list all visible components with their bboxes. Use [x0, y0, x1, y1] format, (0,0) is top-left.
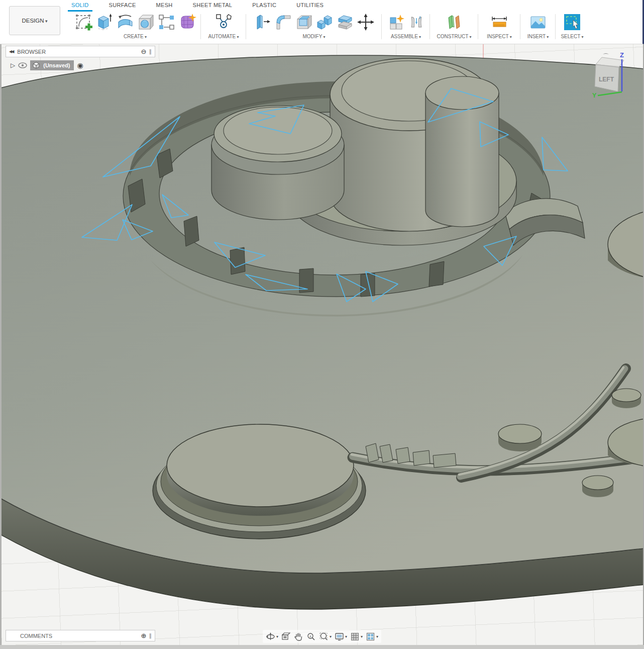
group-construct: CONSTRUCT — [430, 11, 478, 41]
expand-arrow-icon[interactable]: ▷ — [11, 62, 15, 69]
comments-add-icon[interactable]: ⊕ — [141, 632, 147, 639]
viewcube-face-label: LEFT — [599, 76, 614, 83]
viewports-caret-icon[interactable]: ▾ — [376, 634, 378, 639]
browser-title: BROWSER — [17, 49, 46, 55]
fusion-360-window: DESIGN SOLID SURFACE MESH SHEET METAL PL… — [0, 0, 644, 649]
select-icon[interactable] — [563, 13, 582, 32]
insert-canvas-icon[interactable] — [528, 13, 548, 32]
look-at-button[interactable] — [281, 632, 291, 641]
group-automate: AUTOMATE — [201, 11, 246, 41]
group-label-automate[interactable]: AUTOMATE — [208, 34, 239, 39]
document-chip[interactable]: (Unsaved) — [30, 60, 74, 70]
create-sketch-icon[interactable] — [74, 13, 93, 32]
model-canvas[interactable] — [0, 44, 644, 645]
tab-mesh[interactable]: MESH — [156, 2, 173, 11]
pan-button[interactable] — [294, 632, 303, 641]
z-axis-label: Z — [620, 51, 624, 59]
viewports-button[interactable]: ▾ — [366, 632, 378, 641]
split-body-icon[interactable] — [336, 13, 355, 32]
model-cylinder-left[interactable] — [211, 106, 344, 220]
toolbar-groups: CREATE AUTOMATE — [0, 11, 644, 43]
group-inspect: INSPECT — [478, 11, 520, 41]
hole-icon[interactable] — [136, 13, 155, 32]
group-label-insert[interactable]: INSERT — [527, 34, 549, 39]
browser-drag-handle[interactable]: ‖ — [149, 48, 152, 55]
rectangular-pattern-icon[interactable] — [157, 13, 176, 32]
navigation-toolbar: ▾ ± — [263, 630, 381, 643]
group-label-modify[interactable]: MODIFY — [302, 34, 325, 39]
comments-drag-handle[interactable]: ‖ — [149, 632, 152, 639]
group-assemble: ASSEMBLE — [382, 11, 430, 41]
group-label-construct[interactable]: CONSTRUCT — [437, 34, 471, 39]
fit-icon — [319, 632, 329, 641]
tab-sheet-metal[interactable]: SHEET METAL — [193, 2, 233, 11]
group-insert: INSERT — [520, 11, 556, 41]
grid-caret-icon[interactable]: ▾ — [361, 634, 363, 639]
3d-viewport[interactable]: ◀◀ BROWSER ⊖ ‖ ▷ (Unsaved) ◉ — [0, 44, 644, 645]
visibility-eye-icon[interactable] — [18, 62, 27, 68]
model-pad-large[interactable] — [153, 424, 366, 539]
y-axis-line — [598, 92, 622, 96]
orbit-button[interactable]: ▾ — [266, 632, 278, 641]
group-label-assemble[interactable]: ASSEMBLE — [391, 34, 421, 39]
look-at-icon — [281, 632, 291, 641]
display-caret-icon[interactable]: ▾ — [345, 634, 347, 639]
shell-icon[interactable] — [294, 13, 313, 32]
window-bottom-edge — [0, 645, 644, 649]
move-copy-icon[interactable] — [356, 13, 375, 32]
tab-surface[interactable]: SURFACE — [109, 2, 136, 11]
new-component-icon[interactable] — [387, 13, 406, 32]
comments-panel-header[interactable]: COMMENTS ⊕ ‖ — [6, 630, 155, 641]
grid-and-snaps-button[interactable]: ▾ — [350, 632, 363, 641]
tab-solid[interactable]: SOLID — [71, 2, 89, 11]
automate-scripts-icon[interactable] — [214, 13, 233, 32]
display-settings-icon — [335, 632, 344, 641]
create-form-icon[interactable] — [177, 13, 196, 32]
revolve-icon[interactable] — [116, 13, 135, 32]
activate-component-icon[interactable]: ◉ — [77, 61, 83, 69]
group-label-create[interactable]: CREATE — [124, 34, 147, 39]
group-label-inspect[interactable]: INSPECT — [487, 34, 512, 39]
group-select: SELECT — [556, 11, 589, 41]
orbit-icon — [266, 632, 275, 641]
browser-document-row[interactable]: ▷ (Unsaved) ◉ — [11, 60, 83, 70]
document-name: (Unsaved) — [43, 62, 70, 68]
group-modify: MODIFY — [246, 11, 382, 41]
svg-text:±: ± — [309, 634, 311, 637]
zoom-icon: ± — [306, 632, 316, 641]
zoom-button[interactable]: ± — [306, 632, 316, 641]
browser-minimize-icon[interactable]: ⊖ — [141, 48, 147, 55]
extrude-icon[interactable] — [95, 13, 114, 32]
display-settings-button[interactable]: ▾ — [335, 632, 347, 641]
viewports-icon — [366, 632, 375, 641]
combine-icon[interactable] — [315, 13, 334, 32]
browser-collapse-icon[interactable]: ◀◀ — [9, 49, 13, 54]
pan-hand-icon — [294, 632, 303, 641]
y-axis-label: Y — [592, 91, 597, 99]
orbit-caret-icon[interactable]: ▾ — [276, 634, 278, 639]
viewcube-home-icon[interactable] — [603, 53, 609, 54]
tab-utilities[interactable]: UTILITIES — [296, 2, 324, 11]
fit-caret-icon[interactable]: ▾ — [330, 634, 332, 639]
joint-icon[interactable] — [408, 13, 425, 32]
measure-icon[interactable] — [490, 13, 509, 32]
press-pull-icon[interactable] — [253, 13, 272, 32]
grid-icon — [350, 632, 360, 641]
body-cube-icon — [32, 61, 40, 69]
model-cylinder-small[interactable] — [425, 76, 499, 227]
group-label-select[interactable]: SELECT — [561, 34, 583, 39]
browser-panel-header[interactable]: ◀◀ BROWSER ⊖ ‖ — [6, 46, 155, 57]
viewcube[interactable]: LEFT Z Y — [591, 51, 629, 101]
group-create: CREATE — [69, 11, 201, 41]
comments-title: COMMENTS — [20, 633, 52, 639]
toolbar-tab-strip: SOLID SURFACE MESH SHEET METAL PLASTIC U… — [71, 2, 324, 11]
construct-plane-icon[interactable] — [445, 13, 464, 32]
fillet-icon[interactable] — [274, 13, 293, 32]
main-toolbar: DESIGN SOLID SURFACE MESH SHEET METAL PL… — [0, 0, 644, 44]
fit-button[interactable]: ▾ — [319, 632, 332, 641]
tab-plastic[interactable]: PLASTIC — [252, 2, 276, 11]
